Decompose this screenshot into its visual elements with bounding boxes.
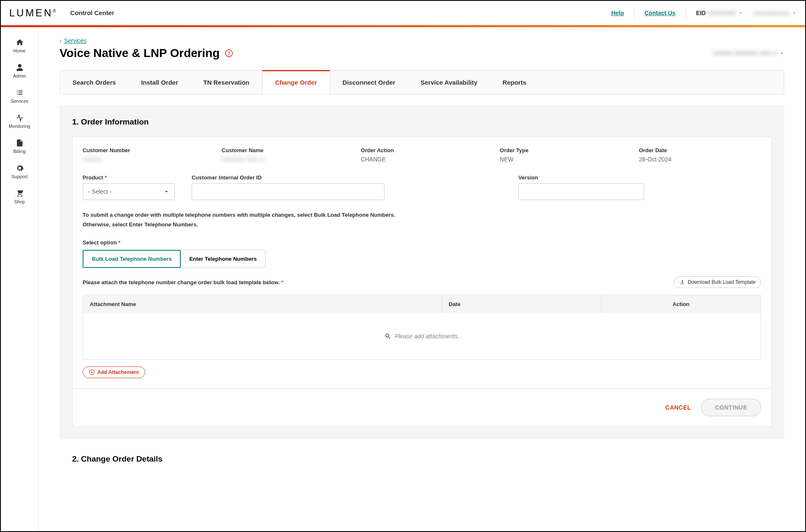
col-action: Action bbox=[601, 295, 761, 313]
list-icon bbox=[16, 88, 24, 97]
sidebar-item-label: Services bbox=[10, 99, 28, 104]
col-date: Date bbox=[442, 295, 601, 313]
version-label: Version bbox=[518, 174, 644, 181]
attachments-table: Attachment Name Date Action Please add a… bbox=[83, 295, 761, 360]
account-selector[interactable]: XXXXX XXXXXX XXX X bbox=[713, 50, 784, 57]
add-attachment-button[interactable]: Add Attachement bbox=[83, 366, 145, 378]
download-template-button[interactable]: Download Bulk Load Template bbox=[674, 276, 761, 288]
sidebar: Home Admin Services Monitoring Billing S… bbox=[1, 27, 39, 531]
help-circle-icon[interactable]: ? bbox=[225, 49, 233, 57]
customer-number-value: XXXXX bbox=[83, 156, 205, 163]
chevron-down-icon bbox=[738, 10, 743, 16]
action-bar: CANCEL CONTINUE bbox=[72, 389, 772, 427]
customer-name-value: XXXXXX XXX X bbox=[222, 156, 344, 163]
product-label: Product * bbox=[83, 174, 175, 181]
order-action-value: CHANGE bbox=[361, 156, 483, 163]
enter-numbers-button[interactable]: Enter Telephone Numbers bbox=[181, 250, 265, 268]
sidebar-item-home[interactable]: Home bbox=[1, 33, 38, 58]
table-empty-state: Please add attachments. bbox=[83, 313, 761, 359]
col-attachment-name: Attachment Name bbox=[83, 295, 442, 313]
chevron-left-icon: ‹ bbox=[60, 37, 62, 44]
continue-button[interactable]: CONTINUE bbox=[701, 399, 761, 416]
option-toggle-group: Bulk Load Telephone Numbers Enter Teleph… bbox=[83, 250, 761, 268]
order-type-label: Order Type bbox=[500, 147, 622, 153]
user-dropdown[interactable]: xxxxxxxxxxx bbox=[753, 10, 797, 16]
search-icon bbox=[385, 333, 391, 340]
internal-order-input[interactable] bbox=[192, 183, 385, 200]
document-icon bbox=[16, 139, 24, 147]
sidebar-item-support[interactable]: Support bbox=[1, 159, 38, 184]
home-icon bbox=[16, 38, 24, 47]
info-text-1: To submit a change order with multiple t… bbox=[83, 212, 761, 218]
download-icon bbox=[679, 279, 685, 285]
header-bar: LUMEN® Control Center Help Contact Us EI… bbox=[1, 1, 805, 25]
sidebar-item-label: Support bbox=[11, 174, 28, 179]
version-input[interactable] bbox=[518, 183, 644, 200]
contact-us-link[interactable]: Contact Us bbox=[645, 10, 676, 16]
help-link[interactable]: Help bbox=[611, 10, 624, 16]
tabs: Search Orders Install Order TN Reservati… bbox=[60, 70, 784, 95]
tab-disconnect-order[interactable]: Disconnect Order bbox=[330, 70, 408, 94]
main-content: ‹ Services Voice Native & LNP Ordering ?… bbox=[39, 27, 805, 531]
logo: LUMEN® bbox=[9, 7, 57, 19]
order-date-value: 28-Oct-2024 bbox=[639, 156, 761, 163]
divider bbox=[686, 7, 686, 19]
tab-service-availability[interactable]: Service Availability bbox=[408, 70, 490, 94]
order-type-value: NEW bbox=[500, 156, 622, 163]
user-icon bbox=[16, 63, 24, 72]
divider bbox=[634, 7, 634, 19]
tab-reports[interactable]: Reports bbox=[490, 70, 539, 94]
tab-tn-reservation[interactable]: TN Reservation bbox=[191, 70, 262, 94]
section-title: 1. Order Information bbox=[72, 117, 772, 127]
customer-name-label: Customer Name bbox=[222, 147, 344, 153]
sidebar-item-shop[interactable]: Shop bbox=[1, 184, 38, 209]
bulk-load-button[interactable]: Bulk Load Telephone Numbers bbox=[83, 250, 181, 268]
breadcrumb-services-link[interactable]: Services bbox=[64, 37, 87, 44]
sidebar-item-label: Monitoring bbox=[9, 124, 30, 129]
svg-text:?: ? bbox=[227, 50, 230, 56]
eid-dropdown[interactable]: EID XXXXXXX bbox=[696, 10, 744, 16]
info-text-2: Otherwise, select Enter Telephone Number… bbox=[83, 221, 761, 228]
section-order-information: 1. Order Information Customer Number XXX… bbox=[60, 105, 784, 439]
section-2-title: 2. Change Order Details bbox=[60, 446, 784, 472]
sidebar-item-label: Admin bbox=[13, 73, 26, 78]
sidebar-item-services[interactable]: Services bbox=[1, 83, 38, 109]
sidebar-item-label: Shop bbox=[14, 199, 25, 204]
product-select[interactable]: - Select - bbox=[83, 183, 175, 200]
attach-label: Please attach the telephone number chang… bbox=[83, 279, 283, 285]
sidebar-item-label: Home bbox=[13, 48, 26, 53]
order-action-label: Order Action bbox=[361, 147, 483, 153]
tab-change-order[interactable]: Change Order bbox=[262, 70, 330, 94]
select-option-label: Select option * bbox=[83, 239, 761, 246]
tab-search-orders[interactable]: Search Orders bbox=[60, 70, 128, 94]
chevron-down-icon bbox=[792, 10, 797, 16]
sidebar-item-monitoring[interactable]: Monitoring bbox=[1, 109, 38, 134]
tab-install-order[interactable]: Install Order bbox=[128, 70, 190, 94]
activity-icon bbox=[16, 114, 24, 122]
sidebar-item-billing[interactable]: Billing bbox=[1, 134, 38, 159]
sidebar-item-admin[interactable]: Admin bbox=[1, 58, 38, 83]
page-title: Voice Native & LNP Ordering bbox=[60, 47, 220, 60]
customer-number-label: Customer Number bbox=[83, 147, 205, 153]
cart-icon bbox=[16, 189, 24, 197]
plus-circle-icon bbox=[89, 369, 95, 375]
order-date-label: Order Date bbox=[639, 147, 761, 153]
cancel-button[interactable]: CANCEL bbox=[666, 404, 691, 411]
sidebar-item-label: Billing bbox=[13, 149, 26, 154]
chevron-down-icon bbox=[779, 51, 784, 56]
gear-icon bbox=[16, 164, 24, 172]
order-info-panel: Customer Number XXXXX Customer Name XXXX… bbox=[72, 137, 772, 389]
header-title: Control Center bbox=[70, 9, 114, 16]
internal-order-label: Customer Internal Order ID bbox=[192, 174, 385, 181]
breadcrumb: ‹ Services bbox=[60, 37, 784, 44]
